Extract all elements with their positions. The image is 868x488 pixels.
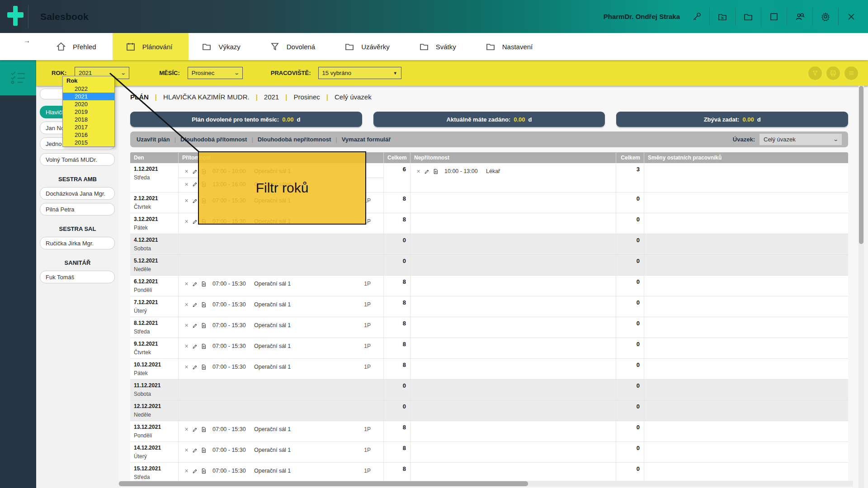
- employee-item[interactable]: Ručička Jirka Mgr.: [40, 237, 115, 249]
- edit-icon[interactable]: [424, 169, 430, 174]
- column-header: Celkem: [616, 152, 644, 163]
- edit-icon[interactable]: [192, 181, 198, 187]
- year-option[interactable]: 2018: [63, 116, 114, 123]
- presence-cell: [179, 380, 384, 400]
- workplace-select[interactable]: 15 vybráno ▼: [318, 67, 401, 79]
- edit-icon[interactable]: [192, 323, 198, 328]
- edit-icon[interactable]: [192, 169, 198, 174]
- note-icon[interactable]: [200, 343, 207, 349]
- edit-icon[interactable]: [192, 219, 198, 225]
- note-icon[interactable]: [200, 323, 207, 328]
- toolbar-action[interactable]: Vymazat formulář: [342, 136, 391, 143]
- presence-cell: ×07:00 - 15:30Operační sál 11P: [179, 338, 384, 358]
- year-option[interactable]: 2016: [63, 131, 114, 139]
- user-search-icon: [794, 11, 805, 22]
- filter-button[interactable]: [808, 66, 822, 80]
- edit-icon[interactable]: [192, 302, 198, 308]
- arrow-right-icon[interactable]: →: [24, 37, 30, 44]
- presence-entry: ×07:00 - 15:30Operační sál 11P: [179, 444, 383, 456]
- edit-icon[interactable]: [192, 447, 198, 453]
- tab-vykazy[interactable]: Výkazy: [189, 33, 256, 60]
- uvazek-select[interactable]: Celý úvazek⌄: [760, 134, 842, 145]
- topbar-right: PharmDr. Ondřej Straka N: [604, 0, 868, 33]
- breadcrumb-item: Celý úvazek: [335, 93, 372, 101]
- topbar-divider: [28, 5, 28, 28]
- remove-entry-icon[interactable]: ×: [183, 281, 190, 287]
- checklist-menu-button[interactable]: [0, 60, 36, 95]
- remove-entry-icon[interactable]: ×: [183, 168, 190, 175]
- edit-icon[interactable]: [192, 343, 198, 349]
- vertical-scrollbar[interactable]: [859, 86, 864, 488]
- note-icon[interactable]: [432, 169, 439, 174]
- absence-cell: [410, 255, 616, 275]
- employee-item[interactable]: Volný Tomáš MUDr.: [40, 153, 115, 166]
- user-search-button[interactable]: [793, 10, 807, 23]
- presence-entry: ×07:00 - 15:30Operační sál 11P: [179, 361, 383, 373]
- remove-entry-icon[interactable]: ×: [183, 322, 190, 329]
- toolbar-action[interactable]: Dlouhodobá nepřítomnost: [258, 136, 331, 143]
- banner-value: 0.00: [282, 116, 293, 123]
- folder-button[interactable]: [741, 10, 755, 23]
- toolbar-action[interactable]: Dlouhodobá přítomnost: [180, 136, 247, 143]
- square-button[interactable]: [767, 10, 781, 23]
- folder-n-button[interactable]: N: [716, 10, 729, 23]
- entry-time: 07:00 - 15:30: [212, 343, 254, 349]
- employee-item[interactable]: Docházková Jana Mgr.: [40, 187, 115, 200]
- note-icon[interactable]: [200, 427, 207, 432]
- note-icon[interactable]: [200, 468, 207, 474]
- horizontal-scrollbar-thumb[interactable]: [119, 481, 528, 486]
- note-icon[interactable]: [200, 447, 207, 453]
- breadcrumb-separator: |: [285, 93, 287, 101]
- horizontal-scrollbar[interactable]: [119, 481, 853, 487]
- tab-prehled[interactable]: Přehled: [43, 33, 113, 60]
- year-option[interactable]: 2022: [63, 85, 114, 93]
- sidebar-group-header: SANITÁŘ: [36, 259, 119, 266]
- remove-entry-icon[interactable]: ×: [183, 343, 190, 350]
- year-option[interactable]: 2019: [63, 108, 114, 116]
- tab-planovani[interactable]: Plánování: [113, 33, 189, 60]
- toolbar-action[interactable]: Uzavřít plán: [137, 136, 170, 143]
- vertical-scrollbar-thumb[interactable]: [859, 86, 863, 244]
- employee-item[interactable]: Fuk Tomáš: [40, 271, 115, 283]
- remove-entry-icon[interactable]: ×: [183, 468, 190, 474]
- svg-text:N: N: [721, 16, 723, 19]
- gear-button[interactable]: [819, 10, 832, 23]
- summary-banner: Zbývá zadat:0.00d: [616, 112, 848, 127]
- print-button[interactable]: [826, 66, 840, 80]
- note-icon[interactable]: [200, 364, 207, 370]
- tab-svatky[interactable]: Svátky: [406, 33, 472, 60]
- remove-entry-icon[interactable]: ×: [183, 301, 190, 308]
- edit-icon[interactable]: [192, 281, 198, 287]
- day-date: 2.12.2021: [134, 195, 175, 202]
- tab-dovolena[interactable]: Dovolená: [257, 33, 331, 60]
- day-name: Středa: [134, 474, 175, 480]
- edit-icon[interactable]: [192, 427, 198, 432]
- note-icon[interactable]: [200, 281, 207, 287]
- edit-icon[interactable]: [192, 198, 198, 204]
- remove-entry-icon[interactable]: ×: [415, 168, 422, 175]
- banner-label: Aktuálně máte zadáno:: [447, 116, 511, 123]
- tab-nastaveni[interactable]: Nastavení: [472, 33, 549, 60]
- note-icon[interactable]: [200, 302, 207, 308]
- employee-item[interactable]: Pilná Petra: [40, 203, 115, 216]
- month-select[interactable]: Prosinec ⌄: [188, 67, 243, 79]
- remove-entry-icon[interactable]: ×: [183, 197, 190, 204]
- year-option[interactable]: 2015: [63, 139, 114, 146]
- remove-entry-icon[interactable]: ×: [183, 181, 190, 188]
- remove-entry-icon[interactable]: ×: [183, 218, 190, 225]
- edit-icon[interactable]: [192, 468, 198, 474]
- close-button[interactable]: [844, 10, 858, 23]
- tab-uzaverky[interactable]: Uzávěrky: [331, 33, 406, 60]
- year-option[interactable]: 2021: [63, 93, 114, 100]
- entry-place: Operační sál 1: [254, 364, 291, 370]
- year-option[interactable]: 2017: [63, 123, 114, 131]
- app-logo[interactable]: [0, 0, 28, 33]
- absence-total-cell: 0: [616, 296, 644, 317]
- menu-button[interactable]: [844, 66, 858, 80]
- remove-entry-icon[interactable]: ×: [183, 447, 190, 454]
- edit-icon[interactable]: [192, 364, 198, 370]
- remove-entry-icon[interactable]: ×: [183, 364, 190, 371]
- year-option[interactable]: 2020: [63, 100, 114, 108]
- key-button[interactable]: [690, 10, 703, 23]
- remove-entry-icon[interactable]: ×: [183, 426, 190, 433]
